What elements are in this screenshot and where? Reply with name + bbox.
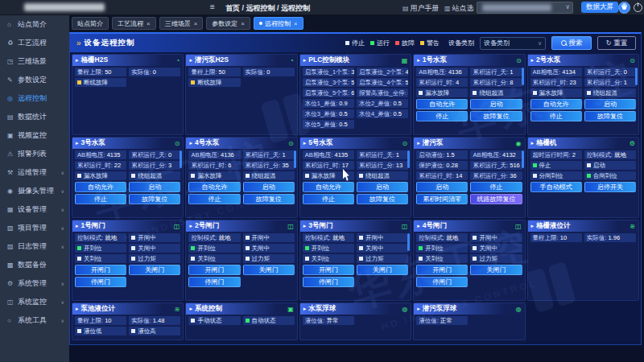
- device-action-button[interactable]: 停止: [75, 194, 126, 204]
- device-action-button[interactable]: 开闸门: [303, 265, 354, 275]
- device-action-button[interactable]: 停止: [416, 111, 468, 121]
- device-action-button[interactable]: 开闸门: [75, 265, 126, 275]
- status-color-square: [419, 91, 423, 95]
- plc-module-icon: ▦: [402, 57, 408, 64]
- sidebar-item[interactable]: ⚒ 运维管理 ∨: [0, 163, 69, 181]
- sidebar-item[interactable]: ▣ 视频监控: [0, 126, 69, 144]
- reset-button[interactable]: ↻ 重置: [597, 36, 636, 50]
- tab[interactable]: 站点简介: [72, 17, 109, 30]
- device-action-button[interactable]: 停止: [470, 182, 522, 192]
- ops-management-icon: ⚒: [7, 169, 18, 176]
- sidebar-item[interactable]: ▩ 数据备份: [0, 256, 69, 274]
- scene-3d-icon: ◳: [7, 58, 18, 65]
- device-action-button[interactable]: 启动: [129, 182, 180, 192]
- gate-icon: ◫: [287, 223, 294, 230]
- sidebar-item[interactable]: ⚙ 系统管理 ∨: [0, 274, 69, 292]
- device-action-button[interactable]: 关闸门: [357, 265, 408, 275]
- device-action-button[interactable]: 启动: [584, 99, 636, 109]
- field-label: 累积运行_时:: [305, 162, 342, 169]
- device-action-button[interactable]: 自动允许: [75, 182, 126, 192]
- card-body: AB相电压: 4136累积运行_天: 1累积运行_时: 4累积运行_分: 8漏水…: [414, 66, 524, 97]
- device-action-button[interactable]: 故障复位: [129, 194, 180, 204]
- device-action-button[interactable]: 关闸门: [470, 265, 522, 275]
- device-action-button[interactable]: 故障复位: [584, 111, 636, 121]
- sidebar-item[interactable]: ▤ 数据统计: [0, 108, 69, 125]
- big-screen-button[interactable]: 数据大屏: [581, 2, 618, 13]
- device-action-button[interactable]: 累积时间清零: [416, 194, 468, 204]
- site-select-dropdown[interactable]: ∨: [477, 2, 573, 14]
- card-scrollbar[interactable]: [407, 233, 410, 251]
- search-icon: [561, 40, 567, 46]
- device-action-button[interactable]: 停闸门: [303, 277, 354, 287]
- device-action-button[interactable]: 停闸门: [416, 277, 468, 287]
- sidebar-item[interactable]: ⌂ 站点简介: [0, 15, 69, 33]
- tab[interactable]: 远程控制 ×: [254, 17, 303, 30]
- device-action-button[interactable]: 停闸门: [75, 277, 126, 287]
- field-label: AB相电压:: [473, 151, 502, 158]
- device-action-button[interactable]: 故障复位: [243, 194, 295, 204]
- field-value: 36: [510, 172, 516, 179]
- device-category-dropdown[interactable]: 设备类别 ∨: [480, 37, 546, 50]
- card-scrollbar[interactable]: [407, 150, 410, 168]
- device-action-button[interactable]: 启动: [357, 182, 408, 192]
- device-action-button[interactable]: 开闸门: [188, 265, 240, 275]
- device-action-button[interactable]: 启动: [243, 182, 295, 192]
- device-action-button[interactable]: 开闸门: [416, 265, 468, 275]
- card-scrollbar[interactable]: [294, 150, 296, 168]
- device-action-button[interactable]: 停止: [303, 194, 354, 204]
- device-action-button[interactable]: 启动: [470, 99, 522, 109]
- alarm-list-icon: ⚠: [7, 150, 18, 158]
- sidebar-item[interactable]: ◫ 系统监控 ∨: [0, 293, 69, 311]
- device-action-button[interactable]: 停止: [530, 111, 582, 121]
- logout-power-icon[interactable]: [634, 3, 642, 12]
- tab-close-icon[interactable]: ×: [294, 20, 298, 27]
- device-action-button[interactable]: 手自动模式: [530, 182, 582, 192]
- device-action-button[interactable]: 自动允许: [416, 99, 468, 109]
- tab-close-icon[interactable]: ×: [241, 20, 245, 27]
- user-manual-link[interactable]: ▤用户手册: [402, 3, 440, 14]
- card-scrollbar[interactable]: [180, 150, 182, 168]
- device-action-button[interactable]: 故障复位: [357, 194, 408, 204]
- sidebar-item[interactable]: ♻ 工艺流程: [0, 34, 69, 51]
- field-value: 0.5: [394, 100, 402, 107]
- status-color-square: [419, 246, 423, 250]
- device-action-button[interactable]: 启停开关: [584, 182, 636, 192]
- device-action-button[interactable]: 停止: [188, 194, 240, 204]
- device-action-button[interactable]: 线路故障复位: [470, 194, 522, 204]
- sidebar-item[interactable]: ▦ 设备管理 ∨: [0, 200, 69, 218]
- device-action-button[interactable]: 停闸门: [188, 277, 240, 287]
- sidebar-item[interactable]: ◳ 三维场景: [0, 52, 69, 70]
- tab[interactable]: 工艺流程 ×: [112, 17, 156, 30]
- field: AB相电压: 4132: [470, 150, 522, 159]
- tab-close-icon[interactable]: ×: [194, 20, 198, 27]
- device-action-button[interactable]: 故障复位: [470, 111, 522, 121]
- sidebar-item-label: 工艺流程: [18, 38, 47, 48]
- field: 启泵液位_3个泵: 5: [303, 78, 354, 87]
- device-action-button[interactable]: 启动: [416, 182, 468, 192]
- sidebar-item[interactable]: ◉ 摄像头管理 ∨: [0, 182, 69, 200]
- sidebar-item[interactable]: ▨ 日志管理 ∨: [0, 237, 69, 255]
- device-action-button[interactable]: 关闸门: [243, 265, 295, 275]
- card-scrollbar[interactable]: [522, 150, 524, 168]
- sidebar-item[interactable]: ▧ 项目管理 ∨: [0, 219, 69, 237]
- tab[interactable]: 三维场景 ×: [159, 17, 204, 30]
- sidebar-item[interactable]: ✎ 参数设定: [0, 71, 69, 88]
- card-scrollbar[interactable]: [522, 68, 524, 85]
- breadcrumb: 首页 / 远程控制 / 远程控制: [225, 3, 310, 14]
- field: 启泵液位_1个泵: 3.8: [303, 68, 354, 76]
- sidebar-item[interactable]: ○ 系统工具 ∨: [0, 311, 69, 329]
- device-action-button[interactable]: 自动允许: [188, 182, 240, 192]
- tab[interactable]: 参数设定 ×: [206, 17, 250, 30]
- device-action-button[interactable]: 自动允许: [303, 182, 354, 192]
- avatar[interactable]: ☻: [618, 2, 630, 14]
- field: 累积运行_时: 4: [416, 78, 468, 87]
- search-button[interactable]: 搜索: [551, 36, 592, 50]
- card-scrollbar[interactable]: [635, 68, 638, 85]
- menu-collapse-icon[interactable]: ≡: [210, 3, 215, 11]
- device-action-button[interactable]: 关闸门: [129, 265, 180, 275]
- device-action-button[interactable]: 自动允许: [530, 99, 582, 109]
- sidebar-item[interactable]: ◎ 远程控制: [0, 89, 69, 107]
- sidebar-item[interactable]: ⚠ 报警列表: [0, 145, 69, 162]
- field-label: 量程上限:: [191, 68, 218, 76]
- tab-close-icon[interactable]: ×: [147, 20, 151, 27]
